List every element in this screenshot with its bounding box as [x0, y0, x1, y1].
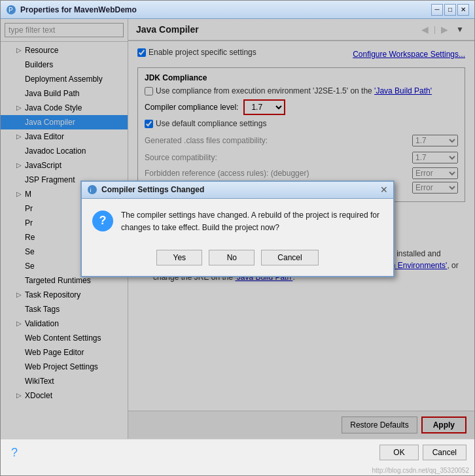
main-window: P Properties for MavenWebDemo ─ □ ✕ ▷Res…: [0, 0, 475, 476]
restore-button[interactable]: □: [444, 4, 456, 16]
title-bar: P Properties for MavenWebDemo ─ □ ✕: [1, 1, 474, 19]
compiler-settings-dialog: i Compiler Settings Changed ✕ ? The comp…: [80, 180, 395, 277]
svg-text:i: i: [90, 187, 92, 194]
cancel-button[interactable]: Cancel: [261, 250, 318, 265]
main-cancel-button[interactable]: Cancel: [423, 445, 466, 460]
no-button[interactable]: No: [209, 250, 255, 265]
dialog-icon: i: [87, 184, 97, 195]
ok-button[interactable]: OK: [379, 445, 418, 460]
minimize-button[interactable]: ─: [431, 4, 443, 16]
dialog-body: ? The compiler settings have changed. A …: [82, 199, 393, 245]
help-icon[interactable]: ?: [11, 446, 18, 460]
modal-overlay: i Compiler Settings Changed ✕ ? The comp…: [1, 19, 474, 439]
dialog-close-button[interactable]: ✕: [380, 184, 388, 195]
dialog-buttons: Yes No Cancel: [82, 245, 393, 276]
window-icon: P: [6, 5, 16, 15]
close-button[interactable]: ✕: [457, 4, 469, 16]
dialog-message: The compiler settings have changed. A re…: [121, 209, 379, 234]
dialog-footer: ? OK Cancel: [1, 439, 474, 466]
svg-text:P: P: [9, 7, 13, 14]
svg-point-2: [88, 185, 97, 194]
yes-button[interactable]: Yes: [156, 250, 202, 265]
dialog-title-bar: i Compiler Settings Changed ✕: [82, 182, 393, 199]
window-title: Properties for MavenWebDemo: [20, 5, 431, 14]
dialog-title: Compiler Settings Changed: [101, 185, 380, 194]
window-controls: ─ □ ✕: [431, 4, 469, 16]
watermark: http://blog.csdn.net/qq_35320052: [1, 466, 474, 475]
question-icon: ?: [92, 211, 113, 231]
